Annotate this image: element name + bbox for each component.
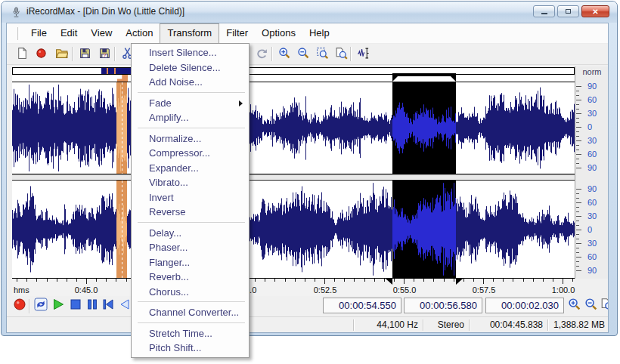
zoom-document-small-icon — [600, 298, 609, 314]
menu-item-stretch-time[interactable]: Stretch Time... — [132, 326, 249, 341]
record-icon — [13, 298, 26, 314]
menu-item-normalize[interactable]: Normalize... — [132, 131, 249, 147]
selection-range-bracket[interactable] — [392, 73, 456, 76]
menu-help[interactable]: Help — [302, 23, 336, 43]
waveform-canvas-left[interactable] — [12, 82, 575, 174]
selection-start-display: 00:00:54.550 — [323, 298, 401, 313]
statusbar-separator — [423, 319, 424, 331]
scale-tick — [576, 211, 579, 212]
menu-item-reverb[interactable]: Reverb... — [132, 270, 249, 285]
waveform-cursor-button[interactable] — [355, 46, 371, 63]
zoom-out-button[interactable] — [295, 46, 312, 63]
save-as-button[interactable]: ? — [96, 46, 113, 63]
ruler-tick — [384, 279, 385, 282]
scale-tick — [576, 239, 579, 239]
menu-separator — [138, 128, 245, 128]
menu-item-phaser[interactable]: Phaser... — [132, 240, 249, 255]
ruler-tick — [265, 279, 265, 282]
zoom-out-small-button[interactable] — [584, 298, 599, 313]
menu-item-expander[interactable]: Expander... — [132, 161, 249, 176]
zoom-in-small-button[interactable] — [567, 298, 582, 313]
stop-button[interactable] — [68, 298, 83, 313]
scale-tick — [576, 261, 579, 262]
menu-item-vibrato[interactable]: Vibrato... — [132, 175, 249, 190]
close-button[interactable]: ✕ — [581, 5, 609, 17]
menu-item-invert[interactable]: Invert — [132, 190, 249, 205]
menu-separator — [138, 92, 245, 93]
menu-separator — [138, 222, 245, 223]
menu-item-add-noise[interactable]: Add Noise... — [132, 75, 249, 90]
ruler-tick — [394, 279, 395, 282]
scale-tick — [576, 252, 579, 253]
menu-item-pitch-shift[interactable]: Pitch Shift... — [132, 341, 249, 356]
zoom-document-small-button[interactable] — [600, 298, 609, 313]
scale-tick — [576, 221, 579, 221]
minimize-button[interactable] — [533, 5, 555, 17]
menu-file[interactable]: File — [24, 23, 54, 43]
stop-icon — [69, 298, 82, 314]
menu-item-delete-silence[interactable]: Delete Silence... — [132, 60, 249, 76]
menu-view[interactable]: View — [84, 23, 119, 43]
scale-tick — [576, 140, 581, 141]
new-file-button[interactable] — [14, 46, 30, 63]
toolbar-separator — [72, 47, 73, 61]
ruler-tick — [96, 279, 97, 282]
zoom-selection-button[interactable] — [314, 46, 330, 63]
scale-tick — [576, 225, 579, 226]
record-button[interactable] — [12, 298, 27, 313]
menu-separator — [138, 322, 245, 323]
waveform-channel-right[interactable] — [12, 180, 575, 279]
waveform-canvas-right[interactable] — [12, 180, 575, 278]
timeline-ruler[interactable]: hms 0:45.00:47.50:50.00:52.50:55.00:57.5… — [12, 279, 575, 296]
submenu-arrow-icon — [239, 100, 243, 106]
menu-action[interactable]: Action — [119, 23, 160, 43]
menu-item-fade[interactable]: Fade — [132, 96, 249, 111]
menu-filter[interactable]: Filter — [219, 23, 255, 43]
scale-tick — [576, 127, 581, 128]
menu-item-flanger[interactable]: Flanger... — [132, 255, 249, 270]
overview-bar[interactable] — [12, 67, 575, 75]
ruler-tick — [17, 279, 17, 282]
ruler-tick — [513, 279, 513, 282]
ruler-tick — [572, 279, 573, 282]
menu-item-delay[interactable]: Delay... — [132, 226, 249, 241]
menu-edit[interactable]: Edit — [54, 23, 84, 43]
scale-tick — [576, 118, 579, 119]
redo-button[interactable] — [253, 46, 270, 63]
scale-label: 90 — [587, 163, 607, 172]
ruler-tick — [563, 279, 563, 284]
ruler-tick — [334, 279, 335, 282]
save-button[interactable] — [76, 46, 93, 63]
pause-button[interactable] — [85, 298, 100, 313]
screen: iRecordMax - [Din Din Wo (Little Child)]… — [0, 0, 620, 364]
loop-button[interactable] — [33, 298, 48, 313]
zoom-document-button[interactable] — [333, 46, 349, 63]
scale-tick — [576, 109, 579, 110]
record-button[interactable] — [33, 46, 49, 63]
menu-options[interactable]: Options — [255, 23, 302, 43]
menu-item-amplify[interactable]: Amplify... — [132, 110, 249, 125]
pause-icon — [85, 298, 99, 314]
ruler-time-label: 1:00.0 — [546, 285, 581, 295]
open-file-button[interactable] — [53, 46, 70, 63]
menu-item-compressor[interactable]: Compressor... — [132, 146, 249, 161]
menu-item-channel-converter[interactable]: Channel Converter... — [132, 305, 249, 320]
title-bar[interactable]: iRecordMax - [Din Din Wo (Little Child)]… — [2, 2, 617, 23]
menu-item-reverse[interactable]: Reverse — [132, 205, 249, 220]
scale-tick — [576, 189, 581, 190]
menu-item-insert-silence[interactable]: Insert Silence... — [132, 45, 249, 60]
zoom-in-button[interactable] — [276, 46, 293, 63]
menu-transform[interactable]: Transform — [160, 23, 219, 43]
scale-tick — [576, 150, 579, 150]
previous-button[interactable] — [117, 298, 132, 313]
scale-tick — [576, 113, 581, 114]
scale-tick — [576, 136, 579, 137]
waveform-channel-left[interactable] — [12, 82, 575, 174]
maximize-button[interactable] — [557, 5, 579, 17]
menu-item-chorus[interactable]: Chorus... — [132, 285, 249, 300]
new-file-icon — [16, 47, 29, 63]
play-button[interactable] — [51, 298, 66, 313]
scale-label: 60 — [587, 252, 607, 261]
skip-start-button[interactable] — [101, 298, 116, 313]
ruler-tick — [57, 279, 57, 282]
